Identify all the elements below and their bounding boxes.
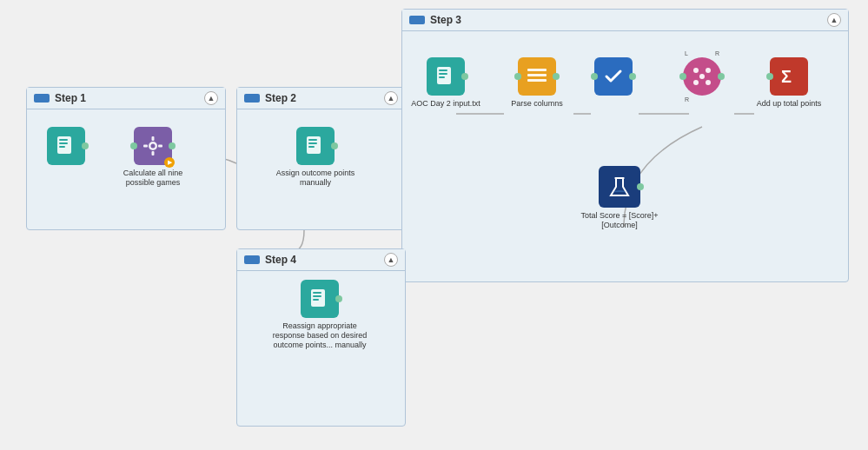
step1-collapse-btn[interactable]: ▲ bbox=[204, 91, 218, 105]
step3-table-node[interactable]: Parse columns bbox=[502, 57, 572, 109]
step3-sum-node[interactable]: Σ Add up total points bbox=[750, 57, 828, 109]
svg-rect-19 bbox=[439, 69, 447, 71]
step3-flask-node[interactable]: Total Score = [Score]+ [Outcome] bbox=[572, 166, 667, 230]
svg-rect-6 bbox=[59, 142, 68, 144]
scatter-r-label: R bbox=[715, 50, 719, 56]
sum-svg: Σ bbox=[777, 64, 801, 89]
step4-book-node[interactable]: Reassign appropriate response based on d… bbox=[272, 280, 368, 349]
svg-rect-10 bbox=[152, 136, 155, 141]
step3-check-icon bbox=[594, 57, 633, 96]
flask-svg bbox=[607, 175, 632, 199]
step3-content: AOC Day 2 input.txt Parse columns bbox=[402, 31, 848, 283]
svg-point-29 bbox=[706, 68, 711, 73]
step1-book-icon bbox=[47, 127, 85, 165]
step1-title-area: Step 1 bbox=[34, 92, 86, 104]
step2-title: Step 2 bbox=[265, 92, 296, 104]
step4-book-icon bbox=[301, 280, 339, 318]
svg-rect-22 bbox=[527, 69, 547, 71]
svg-point-30 bbox=[693, 80, 699, 85]
svg-rect-38 bbox=[313, 299, 319, 301]
step4-content: Reassign appropriate response based on d… bbox=[237, 271, 405, 419]
step1-content: ▶ Calculate all nine possible games bbox=[27, 109, 225, 222]
book-svg3 bbox=[434, 65, 457, 88]
step3-check-right-connector bbox=[629, 73, 636, 80]
step2-box: Step 2 ▲ Assign outcome points manually bbox=[236, 87, 406, 230]
svg-rect-17 bbox=[308, 146, 315, 148]
step4-title: Step 4 bbox=[265, 254, 296, 266]
step3-table-label: Parse columns bbox=[511, 99, 563, 109]
svg-point-28 bbox=[693, 68, 699, 73]
step3-flask-label: Total Score = [Score]+ [Outcome] bbox=[572, 211, 667, 230]
svg-rect-15 bbox=[308, 139, 317, 141]
check-svg bbox=[602, 65, 625, 88]
step4-box: Step 4 ▲ Reassign appropriate response b… bbox=[236, 248, 406, 427]
gear-svg bbox=[142, 135, 164, 157]
step1-gear-right-connector bbox=[169, 142, 176, 149]
svg-rect-12 bbox=[143, 145, 148, 148]
step3-sum-icon: Σ bbox=[770, 57, 808, 96]
step3-book-right-connector bbox=[461, 73, 468, 80]
workflow-canvas: Step 1 ▲ bbox=[0, 0, 868, 450]
step3-flask-icon bbox=[599, 166, 640, 208]
svg-rect-36 bbox=[313, 292, 321, 294]
svg-rect-34 bbox=[614, 177, 625, 179]
scatter-l-label: L bbox=[685, 50, 688, 56]
step4-book-label: Reassign appropriate response based on d… bbox=[272, 321, 368, 349]
svg-rect-24 bbox=[527, 79, 547, 82]
book-svg bbox=[55, 135, 77, 157]
step4-collapse-btn[interactable]: ▲ bbox=[384, 253, 398, 267]
step2-book-node[interactable]: Assign outcome points manually bbox=[272, 127, 359, 188]
step2-header: Step 2 ▲ bbox=[237, 88, 405, 109]
step3-book-label: AOC Day 2 input.txt bbox=[411, 99, 480, 109]
svg-rect-5 bbox=[59, 139, 68, 141]
step3-flask-right-connector bbox=[637, 183, 644, 190]
step3-sum-label: Add up total points bbox=[757, 99, 822, 109]
table-svg bbox=[526, 65, 548, 88]
step2-book-icon bbox=[296, 127, 335, 165]
step1-gear-label: Calculate all nine possible games bbox=[118, 169, 188, 188]
step3-title: Step 3 bbox=[430, 14, 461, 26]
step2-collapse-btn[interactable]: ▲ bbox=[384, 91, 398, 105]
step1-title: Step 1 bbox=[55, 92, 86, 104]
step3-scatter-right-connector bbox=[718, 73, 725, 80]
svg-rect-37 bbox=[313, 295, 321, 297]
step3-collapse-btn[interactable]: ▲ bbox=[827, 13, 841, 27]
svg-point-31 bbox=[706, 80, 711, 85]
svg-rect-11 bbox=[152, 151, 155, 156]
step4-book-right-connector bbox=[335, 295, 342, 302]
svg-rect-23 bbox=[527, 74, 547, 76]
svg-point-32 bbox=[699, 74, 705, 79]
step3-header: Step 3 ▲ bbox=[402, 10, 848, 31]
step1-book-node[interactable] bbox=[36, 127, 96, 165]
step4-header: Step 4 ▲ bbox=[237, 249, 405, 271]
step2-badge bbox=[244, 94, 260, 103]
gear-status-dot: ▶ bbox=[164, 157, 175, 168]
step3-scatter-node[interactable]: L R R bbox=[672, 57, 732, 96]
step3-badge bbox=[409, 16, 425, 24]
step3-table-left-connector bbox=[514, 73, 521, 80]
svg-rect-7 bbox=[59, 146, 65, 148]
step4-title-area: Step 4 bbox=[244, 254, 296, 266]
step1-badge bbox=[34, 94, 50, 103]
step2-book-label: Assign outcome points manually bbox=[272, 169, 359, 188]
step2-book-right-connector bbox=[331, 142, 338, 149]
step3-table-right-connector bbox=[553, 73, 560, 80]
svg-text:Σ: Σ bbox=[781, 67, 792, 86]
book-svg4 bbox=[308, 288, 331, 310]
svg-rect-20 bbox=[439, 73, 447, 75]
step1-gear-node[interactable]: ▶ Calculate all nine possible games bbox=[118, 127, 188, 188]
step1-header: Step 1 ▲ bbox=[27, 88, 225, 109]
book-svg2 bbox=[304, 135, 327, 157]
step2-content: Assign outcome points manually bbox=[237, 109, 405, 222]
step3-check-node[interactable] bbox=[589, 57, 637, 96]
svg-rect-16 bbox=[308, 142, 317, 144]
svg-rect-13 bbox=[158, 145, 162, 148]
scatter-b-label: R bbox=[685, 96, 689, 103]
step1-box: Step 1 ▲ bbox=[26, 87, 226, 230]
step3-check-left-connector bbox=[591, 73, 598, 80]
step3-book-node[interactable]: AOC Day 2 input.txt bbox=[411, 57, 480, 109]
step1-gear-icon: ▶ bbox=[134, 127, 172, 165]
svg-point-9 bbox=[151, 144, 156, 149]
step1-book-right-connector bbox=[82, 142, 89, 149]
step3-scatter-left-connector bbox=[679, 73, 686, 80]
